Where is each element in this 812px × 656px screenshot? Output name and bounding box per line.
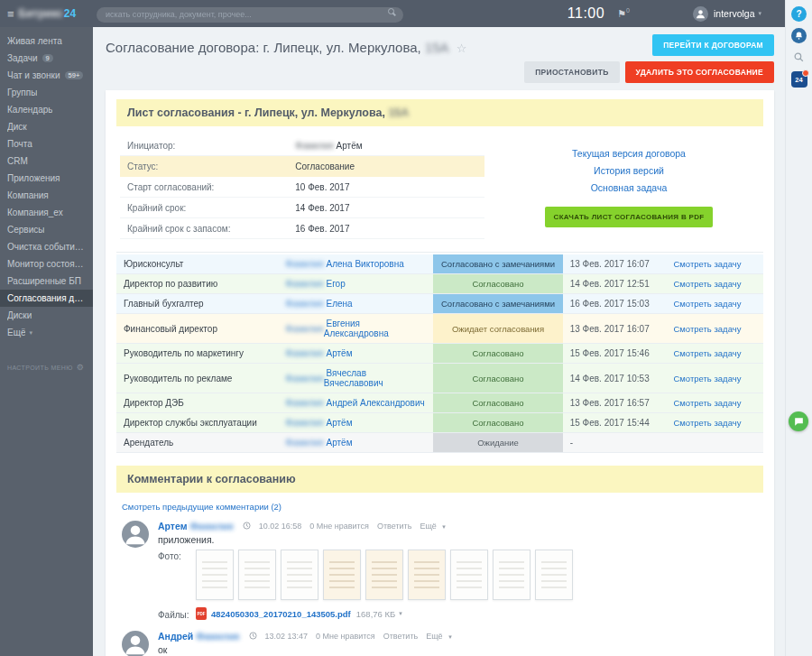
- photo-thumbnail[interactable]: [450, 550, 488, 600]
- bitrix24-app-icon[interactable]: 24: [791, 71, 807, 88]
- sidebar-item[interactable]: Компания: [0, 187, 93, 204]
- approver-name[interactable]: Фамилия Андрей Александрович: [278, 393, 433, 412]
- sidebar-item[interactable]: Чат и звонки59+: [0, 67, 93, 84]
- hidden-text: Фамилия: [285, 279, 323, 289]
- search-input[interactable]: [97, 7, 403, 23]
- sidebar-item-label: Диски: [7, 310, 32, 320]
- approver-name[interactable]: Фамилия Артём: [278, 433, 433, 452]
- configure-menu-button[interactable]: НАСТРОИТЬ МЕНЮ ⚙: [0, 357, 93, 377]
- approver-name[interactable]: Фамилия Елена: [278, 294, 433, 313]
- more-link[interactable]: Ещё ▾: [420, 522, 445, 531]
- approver-role: Директор по развитию: [116, 274, 278, 293]
- view-task-link[interactable]: Смотреть задачу: [673, 374, 741, 383]
- photo-thumbnail[interactable]: [323, 550, 361, 600]
- sidebar-item[interactable]: Монитор состояния: [0, 255, 93, 273]
- help-button[interactable]: ?: [791, 6, 807, 22]
- status-badge: Согласовано: [433, 413, 562, 432]
- sidebar-item[interactable]: Компания_ех: [0, 204, 93, 221]
- approver-role: Арендатель: [116, 433, 278, 452]
- document-link[interactable]: История версий: [534, 165, 724, 176]
- notifications-bell-icon[interactable]: [791, 28, 807, 43]
- reply-link[interactable]: Ответить: [383, 632, 418, 641]
- reply-link[interactable]: Ответить: [377, 522, 411, 531]
- previous-comments-link[interactable]: Смотреть предыдущие комментарии (2): [122, 502, 758, 512]
- photo-thumbnail[interactable]: [408, 550, 446, 600]
- file-link[interactable]: 4824050303_20170210_143505.pdf: [211, 609, 351, 619]
- goto-contracts-button[interactable]: ПЕРЕЙТИ К ДОГОВОРАМ: [652, 34, 774, 56]
- sidebar-item[interactable]: Задачи9: [0, 50, 93, 67]
- approver-name[interactable]: Фамилия Евгения Александровна: [278, 314, 433, 343]
- hidden-text: 15А: [388, 106, 409, 119]
- sidebar-item[interactable]: Приложения: [0, 170, 93, 187]
- comment-author-avatar[interactable]: [122, 521, 149, 548]
- sidebar-item[interactable]: Согласования договор...: [0, 290, 93, 307]
- sidebar-item[interactable]: Ещё▾: [0, 324, 93, 341]
- menu-icon[interactable]: ≡: [7, 7, 14, 21]
- photo-thumbnail[interactable]: [281, 550, 318, 600]
- app-logo[interactable]: ≡ Битрикс 24: [0, 7, 93, 21]
- download-pdf-button[interactable]: СКАЧАТЬ ЛИСТ СОГЛАСОВАНИЯ В PDF: [545, 207, 714, 227]
- sidebar-item[interactable]: Диск: [0, 118, 93, 135]
- view-task-link[interactable]: Смотреть задачу: [673, 279, 741, 289]
- sidebar: Живая лентаЗадачи9Чат и звонки59+ГруппыК…: [0, 27, 93, 656]
- document-link[interactable]: Основная задача: [534, 182, 724, 193]
- sidebar-item[interactable]: Сервисы: [0, 221, 93, 238]
- view-task-link[interactable]: Смотреть задачу: [673, 259, 741, 269]
- hidden-text: Фамилия: [285, 398, 323, 408]
- comment-author[interactable]: Артем Фамилия: [158, 521, 234, 531]
- photo-thumbnail[interactable]: [196, 550, 234, 600]
- approver-name[interactable]: Фамилия Егор: [278, 274, 433, 293]
- sidebar-item[interactable]: Диски: [0, 307, 93, 324]
- approver-name[interactable]: Фамилия Вячеслав Вячеславович: [278, 364, 433, 393]
- field-row: Статус:Согласование: [120, 156, 484, 177]
- hidden-text: Фамилия: [285, 438, 323, 448]
- approval-date: 15 Фев. 2017 15:46: [563, 344, 667, 363]
- sidebar-item[interactable]: Живая лента: [0, 32, 93, 50]
- view-task-link[interactable]: Смотреть задачу: [673, 418, 741, 428]
- comment-author[interactable]: Андрей Фамилия: [158, 631, 240, 642]
- sidebar-item[interactable]: Группы: [0, 84, 93, 101]
- view-task-link[interactable]: Смотреть задачу: [673, 348, 741, 358]
- sidebar-item[interactable]: Очистка событий поль...: [0, 238, 93, 255]
- like-link[interactable]: 0 Мне нравится: [309, 522, 369, 531]
- approver-name[interactable]: Фамилия Алена Викторовна: [278, 254, 433, 273]
- page-header: Согласование договора: г. Липецк, ул. Ме…: [106, 34, 774, 83]
- approval-card: Лист согласования - г. Липецк, ул. Мерку…: [106, 90, 774, 656]
- more-link[interactable]: Ещё ▾: [426, 632, 451, 641]
- comment-author-avatar[interactable]: [122, 631, 149, 656]
- like-link[interactable]: 0 Мне нравится: [316, 632, 375, 641]
- field-row: Старт согласований:10 Фев. 2017: [120, 177, 484, 198]
- sidebar-item[interactable]: CRM: [0, 152, 93, 170]
- approval-action: Смотреть задачу: [666, 274, 763, 293]
- delete-approval-button[interactable]: УДАЛИТЬ ЭТО СОГЛАСОВАНИЕ: [625, 61, 774, 83]
- field-value: 14 Фев. 2017: [295, 203, 349, 213]
- flag-icon[interactable]: ⚑0: [617, 7, 630, 20]
- sheet-title: Лист согласования - г. Липецк, ул. Мерку…: [116, 99, 763, 126]
- comment-header: Андрей Фамилия13.02 13:470 Мне нравитсяО…: [158, 631, 758, 642]
- approver-name[interactable]: Фамилия Артём: [278, 344, 433, 363]
- photo-thumbnail[interactable]: [493, 550, 531, 600]
- chevron-down-icon[interactable]: ▾: [399, 610, 402, 617]
- search-icon[interactable]: [388, 8, 394, 14]
- photo-thumbnail[interactable]: [535, 550, 573, 600]
- field-value: 10 Фев. 2017: [295, 182, 349, 192]
- user-menu[interactable]: intervolga ▾: [693, 6, 761, 22]
- sidebar-menu: Живая лентаЗадачи9Чат и звонки59+ГруппыК…: [0, 32, 93, 341]
- search-icon[interactable]: [791, 50, 807, 65]
- support-chat-button[interactable]: [789, 411, 808, 431]
- sidebar-item[interactable]: Расширенные БП: [0, 273, 93, 290]
- hidden-text: Фамилия: [285, 259, 323, 269]
- chevron-down-icon: ▾: [442, 523, 446, 530]
- sidebar-item[interactable]: Почта: [0, 135, 93, 152]
- favorite-star-icon[interactable]: ☆: [457, 42, 467, 55]
- view-task-link[interactable]: Смотреть задачу: [673, 398, 741, 408]
- photo-thumbnail[interactable]: [365, 550, 403, 600]
- pause-button[interactable]: ПРИОСТАНОВИТЬ: [524, 61, 619, 83]
- document-link[interactable]: Текущая версия договора: [534, 148, 724, 159]
- approver-name[interactable]: Фамилия Артём: [278, 413, 433, 432]
- sidebar-item[interactable]: Календарь: [0, 101, 93, 118]
- view-task-link[interactable]: Смотреть задачу: [673, 324, 741, 334]
- view-task-link[interactable]: Смотреть задачу: [673, 299, 741, 309]
- chevron-down-icon: ▾: [758, 10, 761, 17]
- photo-thumbnail[interactable]: [238, 550, 276, 600]
